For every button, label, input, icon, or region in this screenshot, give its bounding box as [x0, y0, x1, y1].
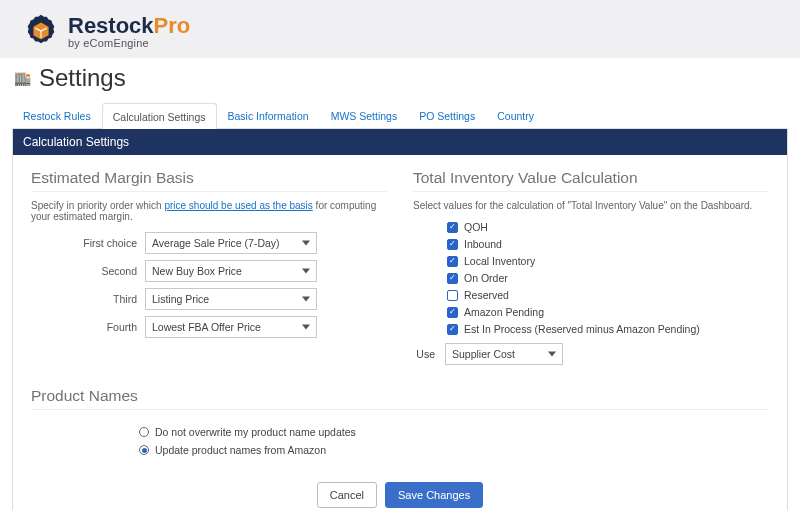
- store-icon: 🏬: [14, 70, 31, 86]
- margin-select-0[interactable]: Average Sale Price (7-Day): [145, 232, 317, 254]
- margin-select-2[interactable]: Listing Price: [145, 288, 317, 310]
- calculation-settings-panel: Calculation Settings Estimated Margin Ba…: [12, 128, 788, 510]
- inventory-check-6[interactable]: [447, 324, 458, 335]
- save-button[interactable]: Save Changes: [385, 482, 483, 508]
- inventory-check-1[interactable]: [447, 239, 458, 250]
- page-title: Settings: [39, 64, 126, 92]
- inventory-help-text: Select values for the calculation of "To…: [413, 200, 769, 211]
- margin-basis-column: Estimated Margin Basis Specify in priori…: [31, 169, 387, 365]
- margin-label-3: Fourth: [31, 321, 137, 333]
- inventory-check-label-2: Local Inventory: [464, 255, 535, 267]
- margin-label-0: First choice: [31, 237, 137, 249]
- inventory-check-2[interactable]: [447, 256, 458, 267]
- inventory-check-label-0: QOH: [464, 221, 488, 233]
- use-select[interactable]: Supplier Cost: [445, 343, 563, 365]
- tab-restock-rules[interactable]: Restock Rules: [12, 102, 102, 128]
- inventory-heading: Total Inventory Value Calculation: [413, 169, 769, 192]
- product-names-section: Product Names Do not overwrite my produc…: [31, 387, 769, 456]
- margin-label-2: Third: [31, 293, 137, 305]
- product-heading: Product Names: [31, 387, 769, 410]
- margin-label-1: Second: [31, 265, 137, 277]
- brand-name-1: Restock: [68, 13, 154, 38]
- inventory-check-0[interactable]: [447, 222, 458, 233]
- inventory-check-5[interactable]: [447, 307, 458, 318]
- product-radio-0[interactable]: [139, 427, 149, 437]
- tab-calculation-settings[interactable]: Calculation Settings: [102, 103, 217, 129]
- inventory-check-label-5: Amazon Pending: [464, 306, 544, 318]
- tab-po-settings[interactable]: PO Settings: [408, 102, 486, 128]
- inventory-check-label-6: Est In Process (Reserved minus Amazon Pe…: [464, 323, 700, 335]
- margin-help-text: Specify in priority order which price sh…: [31, 200, 387, 222]
- gear-box-icon: [22, 12, 60, 50]
- form-actions: Cancel Save Changes: [31, 482, 769, 508]
- use-label: Use: [413, 348, 435, 360]
- inventory-check-label-1: Inbound: [464, 238, 502, 250]
- inventory-check-label-4: Reserved: [464, 289, 509, 301]
- inventory-check-3[interactable]: [447, 273, 458, 284]
- cancel-button[interactable]: Cancel: [317, 482, 377, 508]
- margin-help-link[interactable]: price should be used as the basis: [164, 200, 312, 211]
- panel-title: Calculation Settings: [13, 129, 787, 155]
- top-bar: RestockPro by eComEngine: [0, 0, 800, 58]
- margin-select-1[interactable]: New Buy Box Price: [145, 260, 317, 282]
- margin-select-3[interactable]: Lowest FBA Offer Price: [145, 316, 317, 338]
- product-radio-label-0: Do not overwrite my product name updates: [155, 426, 356, 438]
- product-radio-1[interactable]: [139, 445, 149, 455]
- inventory-check-4[interactable]: [447, 290, 458, 301]
- product-radio-label-1: Update product names from Amazon: [155, 444, 326, 456]
- settings-tabs: Restock RulesCalculation SettingsBasic I…: [0, 102, 800, 128]
- tab-basic-information[interactable]: Basic Information: [217, 102, 320, 128]
- inventory-value-column: Total Inventory Value Calculation Select…: [413, 169, 769, 365]
- inventory-check-label-3: On Order: [464, 272, 508, 284]
- margin-heading: Estimated Margin Basis: [31, 169, 387, 192]
- page-header: 🏬 Settings: [0, 58, 800, 102]
- brand-logo: RestockPro by eComEngine: [22, 12, 778, 50]
- tab-mws-settings[interactable]: MWS Settings: [320, 102, 409, 128]
- tab-country[interactable]: Country: [486, 102, 545, 128]
- brand-name-2: Pro: [154, 13, 191, 38]
